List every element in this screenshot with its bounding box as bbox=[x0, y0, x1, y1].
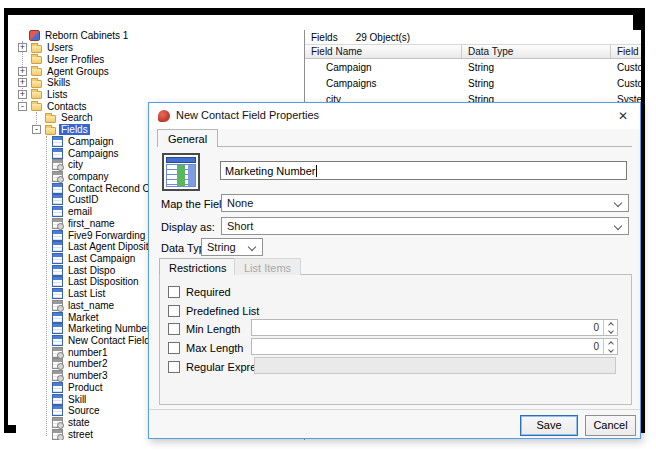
dialog-title-bar[interactable]: New Contact Field Properties ✕ bbox=[149, 103, 640, 129]
tree-expand-toggle[interactable]: - bbox=[18, 102, 27, 111]
tree-item-icon bbox=[52, 148, 63, 159]
save-button[interactable]: Save bbox=[520, 415, 578, 436]
data-type-select[interactable]: String bbox=[201, 238, 263, 256]
tree-item-label: Last List bbox=[66, 288, 107, 299]
tree-item-label: Contacts bbox=[45, 101, 88, 112]
field-name-input[interactable]: Marketing Number bbox=[220, 161, 627, 180]
tree-item-icon bbox=[52, 394, 63, 405]
min-length-value: 0 bbox=[593, 322, 603, 333]
tree-item-label: Campaigns bbox=[66, 148, 121, 159]
tree-item-icon bbox=[52, 206, 63, 217]
table-row[interactable]: Campaign String Custom bbox=[305, 59, 641, 75]
tree-item-label: CustID bbox=[66, 194, 101, 205]
tree-item-label: number1 bbox=[66, 347, 109, 358]
tree-item-icon bbox=[31, 103, 42, 111]
tree-item-icon bbox=[31, 91, 42, 99]
regex-input[interactable] bbox=[254, 357, 616, 374]
regex-checkbox[interactable] bbox=[168, 361, 180, 373]
max-length-label: Max Length bbox=[186, 342, 243, 354]
tab-restrictions[interactable]: Restrictions bbox=[159, 258, 236, 275]
column-header-field-type[interactable]: Field Ty bbox=[611, 45, 641, 58]
tree-item-icon bbox=[52, 218, 63, 229]
spinner-down-icon[interactable] bbox=[608, 328, 614, 334]
tree-expand-toggle[interactable]: + bbox=[18, 43, 27, 52]
tree-item[interactable]: User Profiles bbox=[16, 53, 304, 65]
tree-item-icon bbox=[52, 382, 63, 393]
tree-item-label: Last Disposition bbox=[66, 276, 141, 287]
tab-general[interactable]: General bbox=[157, 129, 218, 147]
required-checkbox[interactable] bbox=[168, 286, 180, 298]
tree-item[interactable]: + Users bbox=[16, 42, 304, 54]
data-type-cell: String bbox=[462, 62, 611, 73]
min-length-label: Min Length bbox=[186, 323, 240, 335]
tree-item-label: number3 bbox=[66, 370, 109, 381]
tree-item-icon bbox=[52, 417, 63, 428]
cancel-button[interactable]: Cancel bbox=[585, 415, 636, 436]
tree-item-icon bbox=[52, 136, 63, 147]
spinner-down-icon[interactable] bbox=[608, 347, 614, 353]
tree-item-icon bbox=[45, 115, 56, 123]
field-name-value: Marketing Number bbox=[225, 165, 315, 177]
data-type-cell: String bbox=[462, 78, 611, 89]
tree-item-icon bbox=[31, 80, 42, 88]
tree-item-icon bbox=[52, 405, 63, 416]
tree-item-label: last_name bbox=[66, 300, 116, 311]
fields-panel-header: Fields 29 Object(s) bbox=[305, 30, 641, 44]
tree-item-icon bbox=[31, 68, 42, 76]
contact-field-icon bbox=[162, 153, 200, 191]
tree-item-icon bbox=[52, 335, 63, 346]
data-type-value: String bbox=[207, 241, 236, 253]
field-type-cell: Custom bbox=[611, 62, 641, 73]
field-name-cell: Campaign bbox=[326, 62, 372, 73]
column-header-data-type[interactable]: Data Type bbox=[462, 45, 611, 58]
map-field-value: None bbox=[227, 197, 253, 209]
new-contact-field-dialog: New Contact Field Properties ✕ General M… bbox=[148, 102, 641, 439]
field-name-cell: Campaigns bbox=[326, 78, 377, 89]
close-icon[interactable]: ✕ bbox=[612, 107, 634, 125]
display-as-select[interactable]: Short bbox=[221, 217, 629, 235]
field-type-cell: Custom bbox=[611, 78, 641, 89]
tree-item-icon bbox=[52, 194, 63, 205]
tree-item[interactable]: + Lists bbox=[16, 89, 304, 101]
tree-item-label: Lists bbox=[45, 89, 70, 100]
max-length-input[interactable]: 0 bbox=[251, 338, 618, 355]
predefined-list-checkbox[interactable] bbox=[168, 305, 180, 317]
map-field-select[interactable]: None bbox=[221, 194, 629, 212]
tree-expand-toggle[interactable]: + bbox=[18, 67, 27, 76]
display-as-label: Display as: bbox=[161, 221, 215, 233]
tab-list-items: List Items bbox=[234, 258, 301, 275]
tree-item-icon bbox=[52, 429, 63, 440]
tree-expand-toggle[interactable]: + bbox=[18, 90, 27, 99]
tree-item-icon bbox=[52, 159, 63, 170]
table-row[interactable]: Campaigns String Custom bbox=[305, 75, 641, 91]
spinner-control[interactable] bbox=[603, 320, 617, 335]
tree-item-icon bbox=[52, 171, 63, 182]
tree-item-label: Source bbox=[66, 405, 102, 416]
max-length-checkbox[interactable] bbox=[168, 342, 180, 354]
tree-item[interactable]: Reborn Cabinets 1 bbox=[16, 30, 304, 42]
tree-item[interactable]: + Agent Groups bbox=[16, 65, 304, 77]
tree-expand-toggle[interactable]: + bbox=[18, 78, 27, 87]
tree-item[interactable]: + Skills bbox=[16, 77, 304, 89]
tree-item-label: city bbox=[66, 159, 85, 170]
column-header-field-name[interactable]: Field Name bbox=[305, 45, 462, 58]
tree-item-label: Search bbox=[59, 112, 95, 123]
max-length-value: 0 bbox=[593, 341, 603, 352]
tree-expand-toggle[interactable]: - bbox=[32, 125, 41, 134]
tree-item-label: Five9 Forwarding nu bbox=[66, 230, 161, 241]
tree-item-label: number2 bbox=[66, 358, 109, 369]
min-length-input[interactable]: 0 bbox=[251, 319, 618, 336]
spinner-control[interactable] bbox=[603, 339, 617, 354]
tree-item-label: User Profiles bbox=[45, 54, 106, 65]
tree-item-icon bbox=[52, 300, 63, 311]
restrictions-panel: Required Predefined List Min Length 0 Ma… bbox=[159, 274, 632, 405]
screenshot-frame: Reborn Cabinets 1 + Users User Profiles … bbox=[4, 8, 645, 433]
tree-item-icon bbox=[52, 276, 63, 287]
tree-item-icon bbox=[52, 347, 63, 358]
tree-item-label: Last Dispo bbox=[66, 265, 117, 276]
min-length-checkbox[interactable] bbox=[168, 323, 180, 335]
tree-item-label: Skills bbox=[45, 77, 72, 88]
tree-item-icon bbox=[52, 312, 63, 323]
tree-item-label: Market bbox=[66, 312, 101, 323]
predefined-list-label: Predefined List bbox=[186, 305, 259, 317]
